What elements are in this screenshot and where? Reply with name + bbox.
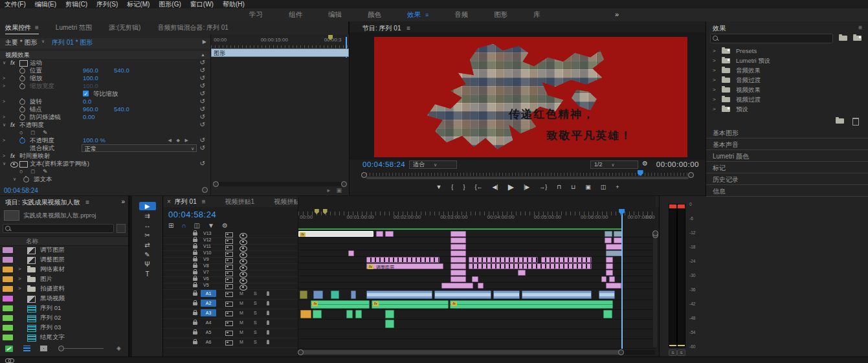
export-frame-button[interactable]: ▣	[585, 184, 591, 190]
program-video-area[interactable]: 传递红色精神， 致敬平凡英雄！	[350, 32, 706, 160]
audio-track-head-A2[interactable]: A2MS	[163, 299, 298, 309]
next-arrow-icon[interactable]: ▶	[203, 39, 206, 45]
lock-icon[interactable]	[193, 239, 197, 242]
audio-meters-panel[interactable]: 0-6-12-18-24-30-36-42-48-54-60 S S	[659, 196, 706, 357]
twirl-icon[interactable]: >	[713, 96, 716, 102]
reset-param-icon[interactable]: ↺	[200, 105, 205, 113]
timeline-horizontal-scrollbar[interactable]	[298, 350, 655, 355]
collapse-icon[interactable]: ▲	[201, 51, 205, 59]
workspace-tab-音频[interactable]: 音频	[454, 10, 468, 19]
button-editor-button[interactable]: +	[616, 184, 619, 190]
twirl-icon[interactable]: ∨	[3, 59, 6, 67]
video-clip[interactable]	[606, 257, 613, 263]
add-marker-button[interactable]: ▼	[436, 184, 441, 190]
go-to-out-button[interactable]: →}	[539, 184, 547, 190]
extract-button[interactable]: ⊔	[571, 184, 575, 190]
scrollbar-knob[interactable]	[618, 349, 624, 355]
reset-param-icon[interactable]: ↺	[200, 67, 205, 74]
param-value[interactable]: 100.0	[83, 82, 98, 90]
video-clip[interactable]	[606, 283, 621, 289]
list-view-button[interactable]	[23, 346, 30, 351]
voiceover-icon[interactable]	[267, 301, 269, 305]
stopwatch-icon[interactable]	[19, 68, 25, 74]
reset-param-icon[interactable]: ↺	[200, 59, 205, 67]
label-chip[interactable]	[3, 267, 13, 272]
video-clip[interactable]	[451, 244, 466, 250]
project-item-结尾文字[interactable]: 结尾文字	[0, 333, 128, 342]
twirl-icon[interactable]: ∨	[13, 175, 16, 183]
gpu-filter-button[interactable]	[839, 34, 849, 42]
audio-clip[interactable]: fx	[450, 300, 613, 309]
sync-lock-icon[interactable]	[225, 265, 233, 270]
twirl-icon[interactable]: >	[3, 113, 5, 121]
label-chip[interactable]	[3, 276, 13, 282]
reset-param-icon[interactable]: ↺	[200, 137, 205, 144]
audio-clip[interactable]	[599, 291, 615, 299]
video-clip[interactable]	[614, 231, 622, 237]
step-forward-button[interactable]: |▶	[524, 184, 529, 190]
panel-bar-历史记录[interactable]: 历史记录	[706, 173, 868, 185]
effect-row-混合模式[interactable]: 混合模式正常∨↺	[0, 144, 210, 152]
project-panel-tab[interactable]: 项目: 实践成果视频加人散 ≡	[5, 198, 89, 207]
program-monitor-tab[interactable]: 节目: 序列 01 ≡	[362, 24, 410, 33]
workspace-tab-颜色[interactable]: 颜色	[368, 10, 381, 19]
track-name[interactable]: A1	[201, 290, 216, 297]
lock-icon[interactable]	[193, 322, 197, 325]
sync-lock-icon[interactable]	[225, 302, 233, 307]
menu-item-编辑(E)[interactable]: 编辑(E)	[30, 0, 61, 9]
stopwatch-icon[interactable]	[19, 115, 25, 120]
project-item-黑场视频[interactable]: 黑场视频	[0, 294, 128, 303]
project-item-调节图层[interactable]: 调节图层	[0, 245, 128, 255]
param-value[interactable]: 960.0	[83, 67, 98, 74]
panel-tab-源:(无剪辑)[interactable]: 源:(无剪辑)	[109, 23, 140, 34]
menu-item-图形(G)[interactable]: 图形(G)	[154, 0, 185, 9]
menu-item-文件(F)[interactable]: 文件(F)	[0, 0, 30, 9]
video-clip[interactable]	[601, 276, 606, 282]
type-tool[interactable]: T	[139, 270, 156, 278]
workspace-tab-编辑[interactable]: 编辑	[328, 10, 342, 19]
voiceover-icon[interactable]	[267, 330, 269, 335]
slip-tool[interactable]: ⇄	[139, 241, 156, 249]
stopwatch-icon[interactable]	[19, 83, 25, 89]
playback-resolution-select[interactable]: 1/2∨	[590, 160, 638, 169]
sync-lock-icon[interactable]	[225, 340, 233, 346]
workspace-tab-效果[interactable]: 效果≡	[407, 10, 428, 19]
lock-icon[interactable]	[193, 302, 197, 305]
twirl-icon[interactable]: >	[713, 106, 716, 112]
reset-param-icon[interactable]: ↺	[200, 121, 205, 129]
track-name[interactable]: A2	[201, 300, 216, 307]
param-value[interactable]: 540.0	[114, 67, 129, 74]
solo-button[interactable]: S	[254, 320, 257, 325]
label-chip[interactable]	[3, 335, 13, 340]
voiceover-icon[interactable]	[267, 340, 269, 344]
label-chip[interactable]	[3, 257, 13, 263]
program-scrubber[interactable]	[361, 171, 694, 179]
effects-bin-预设[interactable]: >预设	[706, 105, 868, 115]
menu-item-剪辑(C)[interactable]: 剪辑(C)	[61, 0, 92, 9]
timeline-vertical-scrollbar[interactable]	[653, 231, 657, 347]
solo-button[interactable]: S	[254, 301, 257, 305]
twirl-icon[interactable]: ∨	[3, 160, 6, 168]
label-chip[interactable]	[3, 247, 13, 253]
lock-icon[interactable]	[193, 265, 197, 268]
effect-row-视频效果[interactable]: 视频效果▲	[0, 51, 210, 59]
effect-controls-mini-timeline[interactable]: 00:0000:00:15:0000:00:3 图形	[210, 34, 349, 195]
lock-icon[interactable]	[193, 258, 197, 261]
zoom-slider[interactable]	[60, 348, 104, 349]
project-item-序列 02[interactable]: 序列 02	[0, 313, 128, 323]
audio-clip[interactable]: fx	[372, 300, 449, 309]
label-chip[interactable]	[3, 325, 13, 331]
effects-panel-title[interactable]: 效果	[713, 24, 726, 33]
mark-in-button[interactable]: {	[451, 184, 453, 190]
rect-mask-icon[interactable]: □	[31, 168, 34, 175]
rect-mask-icon[interactable]: □	[31, 129, 34, 137]
scrubber-track[interactable]	[366, 177, 689, 179]
mini-timeline-ruler[interactable]: 00:0000:00:15:0000:00:3	[211, 37, 349, 46]
mute-button[interactable]: M	[239, 340, 243, 344]
twirl-icon[interactable]: >	[18, 266, 21, 272]
workspace-overflow-icon[interactable]: »	[615, 10, 619, 18]
twirl-icon[interactable]: >	[713, 48, 716, 54]
video-clip[interactable]: fx	[298, 231, 373, 237]
lock-icon[interactable]	[193, 292, 197, 296]
audio-track-head-A6[interactable]: A6MS	[163, 338, 298, 348]
